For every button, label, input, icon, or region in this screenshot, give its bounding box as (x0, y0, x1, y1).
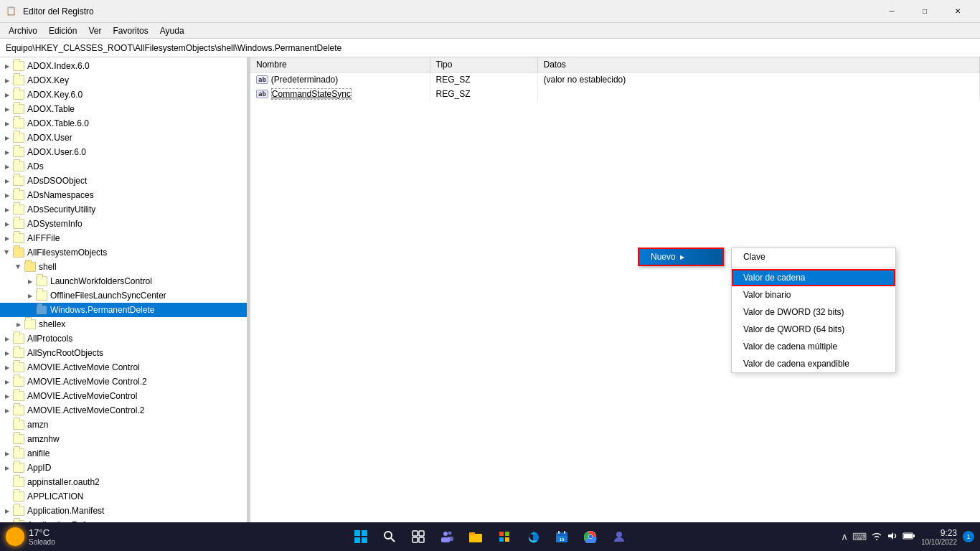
folder-icon (13, 190, 24, 200)
title-bar-left: 📋 Editor del Registro (6, 6, 94, 17)
tree-item-shellex[interactable]: ▶ shellex (0, 317, 247, 331)
tree-item-adox-key[interactable]: ▶ ADOX.Key (0, 73, 247, 88)
svg-rect-19 (505, 537, 509, 542)
menu-item-valor-binario[interactable]: Valor binario (732, 286, 895, 303)
tree-item-adox-table6[interactable]: ▶ ADOX.Table.6.0 (0, 116, 247, 131)
tree-arrow: ▶ (1, 505, 13, 517)
tree-item-app-manifest[interactable]: ▶ Application.Manifest (0, 504, 247, 518)
folder-icon (13, 75, 24, 85)
tree-item-amznhw[interactable]: ▶ amznhw (0, 432, 247, 446)
tree-label: ADOX.Index.6.0 (27, 61, 90, 71)
clock[interactable]: 9:23 10/10/2022 (921, 528, 957, 546)
svg-rect-1 (362, 530, 367, 536)
tree-arrow: ▶ (24, 290, 36, 301)
taskbar-icon-search[interactable] (377, 524, 402, 550)
folder-icon-open (24, 262, 36, 272)
close-button[interactable]: ✕ (941, 0, 974, 23)
taskbar-icon-teams[interactable] (434, 524, 460, 550)
tree-label: appinstaller.oauth2 (27, 477, 100, 487)
tree-item-amovie4[interactable]: ▶ AMOVIE.ActiveMovieControl.2 (0, 403, 247, 418)
tree-item-adox-user[interactable]: ▶ ADOX.User (0, 131, 247, 145)
tree-item-winpermdelete[interactable]: ▶ Windows.PermanentDelete (0, 303, 247, 317)
tree-item-allsyncrootobjects[interactable]: ▶ AllSyncRootObjects (0, 346, 247, 360)
cell-datos: (valor no establecido) (537, 72, 980, 87)
svg-marker-29 (888, 532, 893, 540)
tray-keyboard-icon[interactable]: ⌨ (852, 531, 867, 542)
menu-item-valor-dword[interactable]: Valor de DWORD (32 bits) (732, 303, 895, 321)
menu-item-valor-cadena-multiple[interactable]: Valor de cadena múltiple (732, 338, 895, 355)
maximize-button[interactable]: □ (908, 0, 941, 23)
svg-rect-8 (413, 537, 418, 542)
menu-item-clave[interactable]: Clave (732, 248, 895, 265)
taskbar-left: 17°C Soleado (6, 527, 55, 546)
address-path: Equipo\HKEY_CLASSES_ROOT\AllFilesystemOb… (6, 43, 341, 53)
tree-label: ADsSecurityUtility (27, 204, 95, 215)
tree-item-adox-key6[interactable]: ▶ ADOX.Key.6.0 (0, 88, 247, 102)
menu-edicion[interactable]: Edición (43, 24, 83, 37)
notification-badge[interactable]: 1 (963, 531, 974, 542)
tree-item-offlinefiles[interactable]: ▶ OfflineFilesLaunchSyncCenter (0, 288, 247, 303)
svg-rect-32 (913, 534, 915, 537)
registry-table: Nombre Tipo Datos ab (Predeterminado) RE… (250, 57, 980, 101)
svg-line-5 (391, 538, 395, 542)
menu-favoritos[interactable]: Favoritos (107, 24, 154, 37)
menu-archivo[interactable]: Archivo (3, 24, 43, 37)
tree-arrow: ▶ (1, 347, 13, 359)
svg-point-4 (385, 532, 392, 539)
table-row[interactable]: ab (Predeterminado) REG_SZ (valor no est… (250, 72, 980, 87)
tree-item-adssecurity[interactable]: ▶ ADsSecurityUtility (0, 202, 247, 217)
folder-icon (13, 420, 24, 430)
nuevo-button[interactable]: Nuevo ▶ (638, 248, 724, 266)
tree-item-amovie1[interactable]: ▶ AMOVIE.ActiveMovie Control (0, 360, 247, 375)
tree-item-amovie2[interactable]: ▶ AMOVIE.ActiveMovie Control.2 (0, 375, 247, 389)
menu-item-valor-cadena-expandible[interactable]: Valor de cadena expandible (732, 355, 895, 372)
folder-icon (13, 477, 24, 487)
tray-wifi-icon[interactable] (871, 531, 882, 543)
weather-widget[interactable]: 17°C Soleado (6, 527, 55, 546)
tray-volume-icon[interactable] (887, 531, 898, 543)
menu-item-valor-cadena[interactable]: Valor de cadena (732, 269, 895, 286)
tray-battery-icon[interactable] (903, 531, 915, 542)
tray-chevron-icon[interactable]: ∧ (841, 531, 848, 542)
menu-item-valor-qword[interactable]: Valor de QWORD (64 bits) (732, 321, 895, 338)
menu-ver[interactable]: Ver (83, 24, 107, 37)
tree-item-amzn[interactable]: ▶ amzn (0, 418, 247, 432)
folder-icon-selected (36, 305, 47, 315)
tree-item-allprotocols[interactable]: ▶ AllProtocols (0, 331, 247, 346)
tree-arrow: ▶ (24, 276, 36, 287)
tree-item-launchwork[interactable]: ▶ LaunchWorkfoldersControl (0, 274, 247, 288)
tree-item-adox-table[interactable]: ▶ ADOX.Table (0, 102, 247, 116)
taskbar-icon-edge[interactable] (520, 524, 546, 550)
tree-item-adox-index[interactable]: ▶ ADOX.Index.6.0 (0, 59, 247, 73)
taskbar-icon-windows[interactable] (348, 524, 374, 550)
taskbar-icon-calendar[interactable]: 10 (549, 524, 575, 550)
taskbar-icon-store[interactable] (491, 524, 517, 550)
tree-item-ads[interactable]: ▶ ADs (0, 159, 247, 174)
tree-item-adox-user6[interactable]: ▶ ADOX.User.6.0 (0, 145, 247, 159)
taskbar-icon-teams2[interactable] (606, 524, 632, 550)
tree-item-adsnamespaces[interactable]: ▶ ADsNamespaces (0, 188, 247, 202)
taskbar-icon-chrome[interactable] (578, 524, 603, 550)
table-row[interactable]: ab CommandStateSync REG_SZ (250, 87, 980, 101)
tree-item-appid[interactable]: ▶ AppID (0, 461, 247, 475)
menu-bar: Archivo Edición Ver Favoritos Ayuda (0, 23, 980, 39)
tree-label: AppID (27, 463, 51, 473)
svg-text:10: 10 (560, 537, 565, 542)
tree-panel[interactable]: ▶ ADOX.Index.6.0 ▶ ADOX.Key ▶ ADOX.Key.6… (0, 57, 248, 522)
taskbar-icon-taskview[interactable] (405, 524, 431, 550)
tree-label: LaunchWorkfoldersControl (50, 276, 152, 286)
menu-ayuda[interactable]: Ayuda (154, 24, 190, 37)
folder-icon (13, 133, 24, 143)
tree-item-aifffile[interactable]: ▶ AIFFFile (0, 231, 247, 245)
tree-item-shell[interactable]: ▶ shell (0, 260, 247, 274)
tree-item-appinstaller[interactable]: ▶ appinstaller.oauth2 (0, 475, 247, 489)
tree-item-allfilesystem[interactable]: ▶ AllFilesystemObjects (0, 245, 247, 260)
tree-item-anifile[interactable]: ▶ anifile (0, 446, 247, 461)
tree-item-adsdsoobject[interactable]: ▶ ADsDSOObject (0, 174, 247, 188)
taskbar-icon-explorer[interactable] (463, 524, 489, 550)
tree-item-adsysteminfo[interactable]: ▶ ADSystemInfo (0, 217, 247, 231)
tree-item-application[interactable]: ▶ APPLICATION (0, 489, 247, 504)
minimize-button[interactable]: ─ (875, 0, 908, 23)
tree-arrow: ▶ (1, 362, 13, 373)
tree-item-amovie3[interactable]: ▶ AMOVIE.ActiveMovieControl (0, 389, 247, 403)
